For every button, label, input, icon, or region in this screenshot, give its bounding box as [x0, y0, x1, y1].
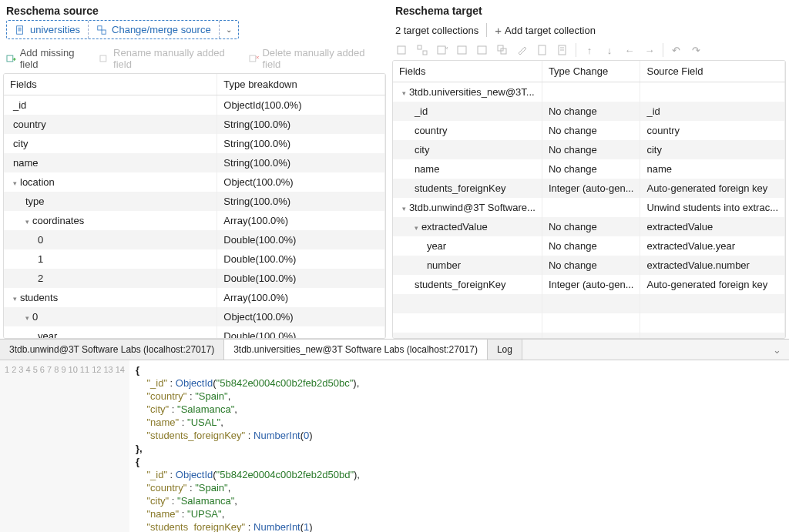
col-type-change[interactable]: Type Change — [542, 61, 640, 82]
table-row[interactable]: numberNo changeextractedValue.number — [393, 256, 785, 275]
add-target-button[interactable]: + Add target collection — [495, 24, 596, 37]
field-cell[interactable]: 0 — [4, 230, 217, 249]
field-cell[interactable]: number — [393, 256, 542, 275]
table-row[interactable]: yearDouble(100.0%) — [4, 326, 384, 339]
col-type[interactable]: Type breakdown — [217, 74, 385, 95]
table-row[interactable]: students_foreignKeyInteger (auto-gen...A… — [393, 275, 785, 294]
field-cell[interactable]: extractedValue — [393, 217, 542, 236]
undo-icon[interactable]: ↶ — [670, 43, 683, 57]
tab-log[interactable]: Log — [488, 340, 522, 360]
tool-icon-1[interactable] — [395, 43, 409, 57]
table-row[interactable]: countryString(100.0%) — [4, 115, 384, 134]
table-row[interactable]: typeString(100.0%) — [4, 192, 384, 211]
field-cell[interactable]: city — [4, 134, 217, 153]
field-cell[interactable]: country — [393, 121, 542, 140]
source-field-cell: city — [640, 140, 785, 159]
col-fields[interactable]: Fields — [393, 61, 542, 82]
table-row[interactable]: 0Object(100.0%) — [4, 307, 384, 326]
table-row[interactable]: studentsArray(100.0%) — [4, 288, 384, 307]
redo-icon[interactable]: ↷ — [690, 43, 703, 57]
table-row[interactable]: yearNo changeextractedValue.year — [393, 236, 785, 256]
table-row-empty — [393, 313, 785, 333]
source-field-cell: name — [640, 159, 785, 179]
field-cell[interactable]: 3tdb.unwind@3T Software... — [393, 198, 542, 217]
code-body[interactable]: { "_id" : ObjectId("5b842e0004c00b2feb2d… — [129, 360, 366, 532]
type-change-cell: No change — [542, 159, 640, 179]
type-change-cell — [542, 198, 640, 217]
table-row[interactable]: extractedValueNo changeextractedValue — [393, 217, 785, 236]
field-cell[interactable]: 3tdb.universities_new@3T... — [393, 82, 542, 102]
table-row[interactable]: cityNo changecity — [393, 140, 785, 159]
field-cell[interactable]: 2 — [4, 269, 217, 288]
tool-icon-7[interactable] — [515, 43, 529, 57]
table-row[interactable]: _idObjectId(100.0%) — [4, 95, 384, 115]
table-row[interactable]: 3tdb.universities_new@3T... — [393, 82, 785, 102]
document-icon — [15, 25, 25, 35]
arrow-left-icon[interactable]: ← — [623, 43, 636, 57]
svg-rect-1 — [98, 25, 102, 29]
table-row[interactable]: cityString(100.0%) — [4, 134, 384, 153]
table-row[interactable]: _idNo change_id — [393, 102, 785, 121]
source-grid[interactable]: Fields Type breakdown _idObjectId(100.0%… — [3, 73, 386, 339]
tab-unwind[interactable]: 3tdb.unwind@3T Software Labs (localhost:… — [0, 340, 224, 360]
change-merge-button[interactable]: Change/merge source — [89, 21, 220, 38]
source-dropdown[interactable]: ⌄ — [220, 21, 238, 38]
svg-rect-9 — [438, 46, 445, 54]
code-preview[interactable]: 1 2 3 4 5 6 7 8 9 10 11 12 13 14 { "_id"… — [0, 360, 789, 532]
table-row[interactable]: countryNo changecountry — [393, 121, 785, 140]
delete-field-button: Delete manually added field — [249, 47, 383, 70]
tool-icon-4[interactable] — [455, 43, 469, 57]
tabs-chevron-down-icon[interactable]: ⌄ — [765, 341, 789, 359]
field-cell[interactable]: 1 — [4, 249, 217, 269]
col-fields[interactable]: Fields — [4, 74, 217, 95]
field-cell[interactable]: students_foreignKey — [393, 275, 542, 294]
table-row[interactable]: locationObject(100.0%) — [4, 172, 384, 192]
field-cell[interactable]: type — [4, 192, 217, 211]
table-row[interactable]: 3tdb.unwind@3T Software...Unwind student… — [393, 198, 785, 217]
type-change-cell: No change — [542, 217, 640, 236]
field-cell[interactable]: students_foreignKey — [393, 179, 542, 198]
type-change-cell: Integer (auto-gen... — [542, 179, 640, 198]
source-field-cell: country — [640, 121, 785, 140]
table-row[interactable]: nameString(100.0%) — [4, 153, 384, 172]
field-cell[interactable]: _id — [393, 102, 542, 121]
arrow-down-icon[interactable]: ↓ — [603, 43, 616, 57]
field-cell[interactable]: location — [4, 172, 217, 192]
field-cell[interactable]: _id — [4, 95, 217, 115]
field-cell[interactable]: 0 — [4, 307, 217, 326]
tab-universities-new[interactable]: 3tdb.universities_new@3T Software Labs (… — [224, 340, 488, 360]
source-field-cell: Unwind students into extrac... — [640, 198, 785, 217]
tool-icon-5[interactable] — [475, 43, 489, 57]
target-toolbar: ↑ ↓ ← → ↶ ↷ — [392, 40, 786, 60]
target-grid[interactable]: Fields Type Change Source Field 3tdb.uni… — [392, 60, 786, 339]
field-cell[interactable]: name — [393, 159, 542, 179]
tool-icon-8[interactable] — [536, 43, 549, 57]
type-cell: Double(100.0%) — [217, 269, 385, 288]
svg-rect-0 — [17, 25, 23, 34]
table-row[interactable]: students_foreignKeyInteger (auto-gen...A… — [393, 179, 785, 198]
add-missing-field-button[interactable]: Add missing field — [6, 47, 93, 70]
field-cell[interactable]: city — [393, 140, 542, 159]
field-cell[interactable]: country — [4, 115, 217, 134]
table-row[interactable]: coordinatesArray(100.0%) — [4, 211, 384, 230]
svg-rect-7 — [418, 45, 421, 49]
tool-icon-3[interactable] — [435, 43, 449, 57]
field-cell[interactable]: coordinates — [4, 211, 217, 230]
type-cell: String(100.0%) — [217, 115, 385, 134]
table-row[interactable]: 1Double(100.0%) — [4, 249, 384, 269]
table-row[interactable]: 2Double(100.0%) — [4, 269, 384, 288]
collection-button[interactable]: universities — [7, 21, 89, 38]
field-cell[interactable]: year — [393, 236, 542, 256]
table-row[interactable]: 0Double(100.0%) — [4, 230, 384, 249]
arrow-up-icon[interactable]: ↑ — [583, 43, 596, 57]
field-cell[interactable]: students — [4, 288, 217, 307]
field-cell[interactable]: name — [4, 153, 217, 172]
arrow-right-icon[interactable]: → — [643, 43, 656, 57]
collection-name: universities — [30, 24, 80, 35]
tool-icon-2[interactable] — [415, 43, 429, 57]
tool-icon-6[interactable] — [495, 43, 509, 57]
col-src-field[interactable]: Source Field — [640, 61, 785, 82]
table-row[interactable]: nameNo changename — [393, 159, 785, 179]
field-cell[interactable]: year — [4, 326, 217, 339]
tool-icon-9[interactable] — [556, 43, 569, 57]
